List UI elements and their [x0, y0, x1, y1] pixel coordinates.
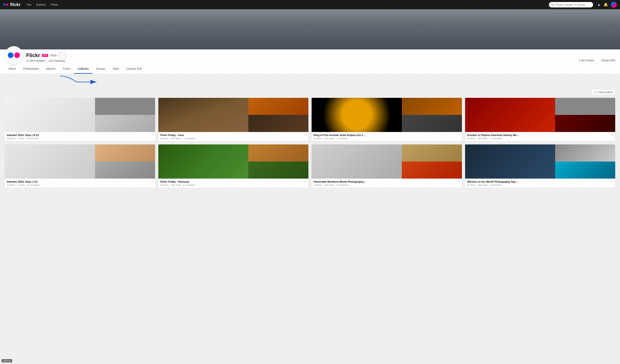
- thumb-main-image: [312, 144, 402, 179]
- gallery-area: +▢ New Gallery Inktober 2023: Days 13-23…: [0, 86, 620, 193]
- search-wrap: 🔍: [549, 2, 593, 7]
- dot-blue: [3, 3, 6, 6]
- nav-links: You Explore Prints: [25, 2, 60, 7]
- thumb-main-image: [5, 144, 95, 179]
- search-icon: 🔍: [551, 3, 554, 6]
- nav-prints[interactable]: Prints: [49, 2, 60, 7]
- dot-pink: [6, 3, 8, 6]
- gallery-card[interactable]: Inktober 2023: Days 1-12↗ 12 items • 2 v…: [5, 144, 155, 188]
- gallery-thumb: [5, 144, 155, 179]
- user-avatar[interactable]: [611, 2, 617, 8]
- flickr-logo-dots: [3, 3, 8, 6]
- main-nav: flickr You Explore Prints 🔍 ▲ 🔔: [0, 0, 620, 9]
- nav-you[interactable]: You: [25, 2, 33, 7]
- flickr-logo[interactable]: flickr: [3, 2, 21, 7]
- search-input[interactable]: [549, 2, 593, 7]
- nav-explore[interactable]: Explore: [34, 2, 48, 7]
- bell-icon[interactable]: 🔔: [604, 2, 608, 7]
- nav-icon-group: ▲ 🔔: [597, 2, 617, 8]
- upload-icon[interactable]: ▲: [597, 3, 601, 7]
- logo-text: flickr: [10, 2, 21, 7]
- gallery-grid: Inktober 2023: Days 13-23↗ 20 items • 1 …: [5, 98, 615, 188]
